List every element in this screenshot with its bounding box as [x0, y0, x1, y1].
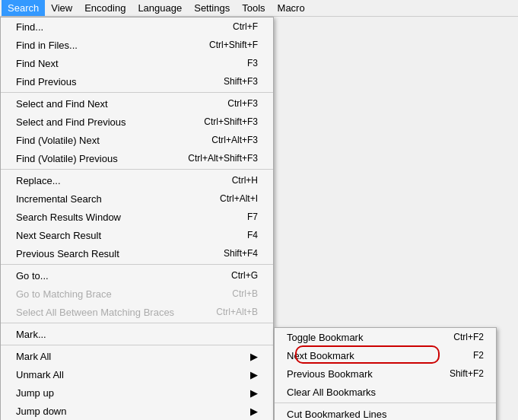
menu-goto-label: Go to... [16, 270, 49, 282]
separator-5 [1, 345, 273, 345]
bookmark-prev[interactable]: Previous Bookmark Shift+F2 [275, 364, 496, 383]
menu-find-in-files-label: Find in Files... [16, 40, 78, 51]
menu-mark[interactable]: Mark... [1, 325, 273, 343]
menu-search-results-window-shortcut: F7 [247, 212, 258, 222]
bookmark-next-label: Next Bookmark [287, 350, 354, 361]
menu-encoding[interactable]: Encoding [78, 0, 132, 16]
separator-3 [1, 264, 273, 265]
menu-mark-label: Mark... [16, 329, 46, 340]
menu-find-next-shortcut: F3 [247, 58, 258, 68]
arrow-right-icon: ▶ [250, 351, 258, 362]
menu-replace-label: Replace... [16, 175, 61, 186]
separator-2 [1, 169, 273, 170]
menu-find-in-files-shortcut: Ctrl+Shift+F [209, 40, 258, 50]
menu-find-volatile-prev-shortcut: Ctrl+Alt+Shift+F3 [188, 153, 258, 164]
menu-find-volatile-next-shortcut: Ctrl+Alt+F3 [211, 135, 258, 145]
menu-find-label: Find... [16, 21, 43, 33]
arrow-right-icon: ▶ [250, 406, 258, 417]
bookmark-toggle[interactable]: Toggle Bookmark Ctrl+F2 [275, 328, 496, 346]
menu-macro[interactable]: Macro [272, 0, 311, 16]
menu-find-next[interactable]: Find Next F3 [1, 54, 273, 72]
menu-view[interactable]: View [45, 0, 78, 16]
search-dropdown: Find... Ctrl+F Find in Files... Ctrl+Shi… [0, 17, 274, 420]
bookmark-cut-lines[interactable]: Cut Bookmarked Lines [275, 405, 496, 420]
menu-jump-down[interactable]: Jump down ▶ [1, 402, 273, 420]
menu-find-next-label: Find Next [16, 58, 59, 69]
menu-goto-matching-brace: Go to Matching Brace Ctrl+B [1, 285, 273, 303]
menu-select-find-next-shortcut: Ctrl+F3 [227, 98, 258, 109]
menu-find-previous-shortcut: Shift+F3 [224, 76, 258, 87]
separator-4 [1, 323, 273, 323]
menu-jump-up-label: Jump up [16, 387, 54, 399]
menu-incremental-search-label: Incremental Search [16, 193, 102, 205]
menu-jump-up[interactable]: Jump up ▶ [1, 383, 273, 402]
menu-find-volatile-prev[interactable]: Find (Volatile) Previous Ctrl+Alt+Shift+… [1, 149, 273, 167]
bookmark-separator-1 [275, 402, 496, 403]
menu-select-find-next[interactable]: Select and Find Next Ctrl+F3 [1, 94, 273, 113]
menu-replace-shortcut: Ctrl+H [232, 175, 258, 186]
menu-select-find-prev[interactable]: Select and Find Previous Ctrl+Shift+F3 [1, 113, 273, 131]
menu-incremental-search[interactable]: Incremental Search Ctrl+Alt+I [1, 189, 273, 208]
bookmark-next[interactable]: Next Bookmark F2 [275, 346, 496, 364]
arrow-right-icon: ▶ [250, 369, 258, 380]
menu-jump-down-label: Jump down [16, 406, 66, 417]
menu-prev-search-result-shortcut: Shift+F4 [224, 248, 258, 259]
menu-find-previous[interactable]: Find Previous Shift+F3 [1, 72, 273, 91]
menu-find-volatile-next[interactable]: Find (Volatile) Next Ctrl+Alt+F3 [1, 131, 273, 149]
menu-incremental-search-shortcut: Ctrl+Alt+I [220, 193, 258, 204]
menu-replace[interactable]: Replace... Ctrl+H [1, 171, 273, 189]
menu-language[interactable]: Language [132, 0, 188, 16]
menu-settings[interactable]: Settings [188, 0, 236, 16]
bookmark-prev-label: Previous Bookmark [287, 368, 373, 380]
menu-find-volatile-prev-label: Find (Volatile) Previous [16, 153, 118, 164]
menu-find[interactable]: Find... Ctrl+F [1, 18, 273, 36]
separator-1 [1, 92, 273, 93]
menu-search[interactable]: Search [2, 0, 45, 16]
bookmark-prev-shortcut: Shift+F2 [450, 368, 484, 379]
menu-search-results-window-label: Search Results Window [16, 212, 121, 223]
menu-select-find-prev-shortcut: Ctrl+Shift+F3 [204, 116, 258, 127]
bookmark-clear-all[interactable]: Clear All Bookmarks [275, 383, 496, 401]
bookmark-submenu: Toggle Bookmark Ctrl+F2 Next Bookmark F2… [274, 327, 497, 420]
bookmark-clear-all-label: Clear All Bookmarks [287, 387, 376, 398]
menu-prev-search-result[interactable]: Previous Search Result Shift+F4 [1, 244, 273, 262]
menu-goto[interactable]: Go to... Ctrl+G [1, 266, 273, 285]
bookmark-cut-lines-label: Cut Bookmarked Lines [287, 409, 387, 420]
bookmark-toggle-shortcut: Ctrl+F2 [453, 332, 484, 342]
menu-next-search-result[interactable]: Next Search Result F4 [1, 226, 273, 244]
menu-goto-matching-brace-label: Go to Matching Brace [16, 288, 112, 300]
menu-tools[interactable]: Tools [236, 0, 271, 16]
menu-mark-all-label: Mark All [16, 351, 51, 362]
bookmark-next-shortcut: F2 [473, 350, 484, 361]
menu-next-search-result-label: Next Search Result [16, 230, 101, 241]
menu-next-search-result-shortcut: F4 [247, 230, 258, 240]
menu-mark-all[interactable]: Mark All ▶ [1, 347, 273, 365]
menu-select-find-next-label: Select and Find Next [16, 98, 108, 110]
menu-search-results-window[interactable]: Search Results Window F7 [1, 208, 273, 226]
arrow-right-icon: ▶ [250, 387, 258, 399]
menu-select-between-braces-label: Select All Between Matching Braces [16, 307, 174, 318]
bookmark-toggle-label: Toggle Bookmark [287, 332, 363, 343]
menu-find-previous-label: Find Previous [16, 76, 76, 88]
menu-select-find-prev-label: Select and Find Previous [16, 116, 126, 128]
menu-find-volatile-next-label: Find (Volatile) Next [16, 135, 100, 146]
menubar: Search View Encoding Language Settings T… [0, 0, 518, 17]
menu-goto-matching-brace-shortcut: Ctrl+B [232, 288, 258, 299]
menu-find-shortcut: Ctrl+F [233, 21, 258, 32]
menu-select-between-braces-shortcut: Ctrl+Alt+B [216, 307, 258, 317]
menu-unmark-all[interactable]: Unmark All ▶ [1, 365, 273, 383]
menu-select-between-braces: Select All Between Matching Braces Ctrl+… [1, 303, 273, 321]
menu-unmark-all-label: Unmark All [16, 369, 64, 380]
menu-find-in-files[interactable]: Find in Files... Ctrl+Shift+F [1, 36, 273, 54]
menu-goto-shortcut: Ctrl+G [231, 270, 258, 281]
menu-prev-search-result-label: Previous Search Result [16, 248, 119, 259]
